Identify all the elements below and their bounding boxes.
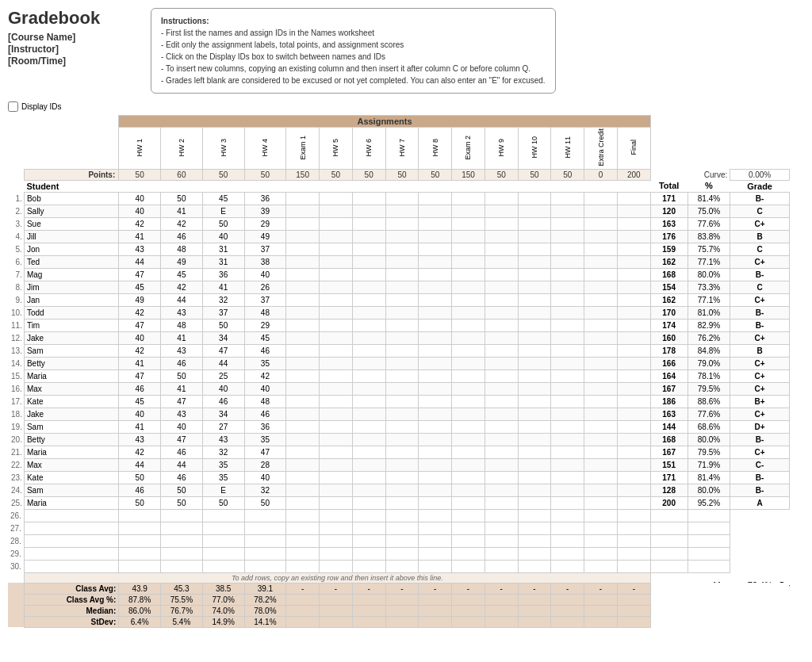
score-cell[interactable] (452, 217, 485, 230)
score-cell[interactable]: 42 (161, 281, 203, 293)
score-cell[interactable] (385, 484, 419, 496)
score-cell[interactable]: 37 (244, 243, 286, 255)
score-cell[interactable]: 43 (161, 306, 203, 319)
score-cell[interactable] (584, 382, 618, 395)
score-cell[interactable] (551, 408, 584, 420)
score-cell[interactable] (286, 420, 320, 433)
score-cell[interactable] (452, 255, 485, 268)
score-cell[interactable] (286, 344, 320, 357)
score-cell[interactable] (419, 458, 452, 471)
score-cell[interactable] (518, 446, 551, 458)
score-cell[interactable] (617, 382, 650, 395)
score-cell[interactable] (617, 293, 650, 306)
score-cell[interactable] (518, 408, 551, 420)
score-cell[interactable] (551, 369, 584, 382)
score-cell[interactable] (617, 344, 650, 357)
score-cell[interactable]: 41 (161, 205, 203, 217)
score-cell[interactable] (385, 395, 419, 408)
score-cell[interactable] (286, 205, 320, 217)
score-cell[interactable] (452, 433, 485, 446)
score-cell[interactable] (385, 458, 419, 471)
score-cell[interactable] (485, 306, 518, 319)
score-cell[interactable] (485, 281, 518, 293)
score-cell[interactable]: 43 (202, 433, 244, 446)
score-cell[interactable]: 44 (119, 255, 161, 268)
score-cell[interactable] (419, 306, 452, 319)
score-cell[interactable]: 28 (244, 458, 286, 471)
score-cell[interactable] (419, 281, 452, 293)
score-cell[interactable] (385, 369, 419, 382)
score-cell[interactable] (385, 306, 419, 319)
score-cell[interactable]: 48 (244, 395, 286, 408)
score-cell[interactable] (352, 357, 385, 369)
score-cell[interactable]: 34 (202, 331, 244, 344)
score-cell[interactable] (485, 230, 518, 243)
score-cell[interactable] (452, 281, 485, 293)
score-cell[interactable]: 48 (161, 243, 203, 255)
score-cell[interactable] (385, 268, 419, 281)
score-cell[interactable] (485, 420, 518, 433)
score-cell[interactable] (518, 268, 551, 281)
score-cell[interactable] (352, 205, 385, 217)
score-cell[interactable] (452, 306, 485, 319)
score-cell[interactable] (617, 268, 650, 281)
score-cell[interactable] (485, 382, 518, 395)
score-cell[interactable]: 40 (244, 382, 286, 395)
score-cell[interactable]: 46 (244, 344, 286, 357)
score-cell[interactable] (584, 255, 618, 268)
score-cell[interactable] (352, 331, 385, 344)
score-cell[interactable] (617, 357, 650, 369)
score-cell[interactable] (286, 446, 320, 458)
score-cell[interactable]: 41 (161, 331, 203, 344)
score-cell[interactable] (352, 281, 385, 293)
score-cell[interactable] (551, 458, 584, 471)
score-cell[interactable] (617, 255, 650, 268)
score-cell[interactable] (551, 484, 584, 496)
score-cell[interactable] (452, 471, 485, 484)
score-cell[interactable]: 42 (119, 344, 161, 357)
score-cell[interactable] (452, 331, 485, 344)
score-cell[interactable] (352, 395, 385, 408)
score-cell[interactable] (617, 471, 650, 484)
score-cell[interactable]: 43 (119, 243, 161, 255)
score-cell[interactable] (352, 306, 385, 319)
score-cell[interactable] (518, 471, 551, 484)
score-cell[interactable] (452, 484, 485, 496)
score-cell[interactable] (419, 243, 452, 255)
score-cell[interactable] (551, 268, 584, 281)
score-cell[interactable]: 41 (119, 420, 161, 433)
score-cell[interactable] (584, 230, 618, 243)
score-cell[interactable] (419, 471, 452, 484)
score-cell[interactable] (286, 395, 320, 408)
score-cell[interactable]: 40 (202, 230, 244, 243)
score-cell[interactable] (617, 205, 650, 217)
score-cell[interactable] (385, 243, 419, 255)
score-cell[interactable] (419, 357, 452, 369)
score-cell[interactable] (584, 293, 618, 306)
score-cell[interactable]: 46 (161, 230, 203, 243)
score-cell[interactable]: 41 (161, 382, 203, 395)
score-cell[interactable]: 46 (119, 382, 161, 395)
score-cell[interactable] (617, 192, 650, 205)
score-cell[interactable]: 46 (119, 484, 161, 496)
score-cell[interactable]: 48 (161, 319, 203, 331)
score-cell[interactable] (584, 344, 618, 357)
score-cell[interactable]: 31 (202, 255, 244, 268)
score-cell[interactable] (286, 357, 320, 369)
score-cell[interactable]: 47 (119, 319, 161, 331)
score-cell[interactable]: 42 (161, 217, 203, 230)
score-cell[interactable]: 46 (202, 395, 244, 408)
score-cell[interactable]: 49 (161, 255, 203, 268)
score-cell[interactable] (320, 382, 353, 395)
score-cell[interactable] (320, 205, 353, 217)
score-cell[interactable] (286, 408, 320, 420)
score-cell[interactable]: 38 (244, 255, 286, 268)
score-cell[interactable] (352, 243, 385, 255)
score-cell[interactable] (485, 484, 518, 496)
score-cell[interactable] (452, 395, 485, 408)
score-cell[interactable] (518, 420, 551, 433)
score-cell[interactable] (584, 471, 618, 484)
display-ids-checkbox[interactable] (8, 101, 18, 112)
score-cell[interactable] (419, 484, 452, 496)
score-cell[interactable] (518, 357, 551, 369)
